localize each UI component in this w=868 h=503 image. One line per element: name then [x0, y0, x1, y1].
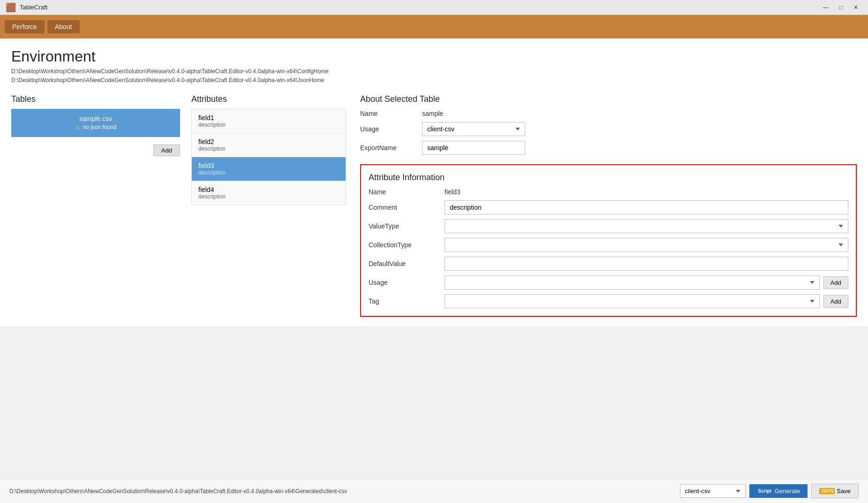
attr-usage-add-button[interactable]: Add [823, 276, 848, 289]
attr-tag-select[interactable] [445, 294, 820, 308]
env-path-2: D:\Desktop\Workshop\Others\ANewCodeGenSo… [11, 76, 857, 85]
attr-name-label: Name [369, 188, 439, 196]
warning-icon: ⚠ [75, 123, 81, 131]
generate-button[interactable]: Script Generate [749, 484, 808, 498]
bottom-path: D:\Desktop\Workshop\Others\ANewCodeGenSo… [9, 488, 347, 495]
attr-item-desc-field4: description [198, 193, 339, 200]
title-bar-controls: — □ ✕ [819, 2, 862, 13]
generate-label: Generate [775, 488, 800, 495]
attr-item-name-field2: field2 [198, 138, 339, 145]
table-item-status: ⚠ no json found [75, 123, 116, 131]
save-label: Save [837, 488, 851, 495]
table-name-value: sample [422, 110, 443, 117]
attr-item-field2[interactable]: field2 description [192, 133, 346, 157]
attribute-info-title: Attribute Information [369, 173, 848, 183]
bottom-controls: client-csv server-csv both Script Genera… [680, 484, 859, 498]
menu-bar: Perforce About [0, 15, 868, 38]
attr-tag-add-button[interactable]: Add [823, 295, 848, 308]
attr-tag-label: Tag [369, 297, 439, 305]
maximize-button[interactable]: □ [834, 2, 847, 13]
minimize-button[interactable]: — [819, 2, 832, 13]
main-content: Environment D:\Desktop\Workshop\Others\A… [0, 38, 868, 326]
script-icon: Script [757, 488, 773, 494]
attr-item-name-field1: field1 [198, 114, 339, 122]
columns-layout: Tables sample.csv ⚠ no json found Add At… [11, 94, 857, 317]
table-usage-select[interactable]: client-csv server-csv both none [422, 122, 525, 136]
attributes-panel-title: Attributes [191, 94, 346, 104]
attribute-info-wrapper: Attribute Information Name field3 Commen… [360, 164, 857, 317]
tables-panel-title: Tables [11, 94, 180, 104]
attr-tag-row: Add [445, 294, 848, 308]
json-icon: JSON [819, 488, 835, 494]
attr-usage-select[interactable] [445, 275, 820, 290]
close-button[interactable]: ✕ [849, 2, 862, 13]
add-table-button[interactable]: Add [153, 145, 180, 156]
attribute-info-grid: Name field3 Comment ValueType Collection… [369, 188, 848, 308]
attr-item-name-field4: field4 [198, 186, 339, 193]
about-selected-table-section: About Selected Table Name sample Usage c… [360, 94, 857, 155]
attr-item-name-field3: field3 [198, 162, 339, 169]
title-bar-left: 🟫 TableCraft [6, 2, 47, 13]
attr-item-field3[interactable]: field3 description [192, 157, 346, 181]
export-name-label: ExportName [360, 144, 416, 152]
about-selected-table-title: About Selected Table [360, 94, 857, 104]
attributes-panel: Attributes field1 description field2 des… [191, 94, 346, 205]
attributes-list: field1 description field2 description fi… [191, 109, 346, 205]
export-name-row: ExportName [360, 141, 857, 155]
table-item-name: sample.csv [79, 115, 112, 122]
title-bar: 🟫 TableCraft — □ ✕ [0, 0, 868, 15]
table-usage-label: Usage [360, 125, 416, 133]
attr-item-field4[interactable]: field4 description [192, 181, 346, 205]
app-title: TableCraft [20, 4, 47, 11]
attr-valuetype-select[interactable] [445, 219, 848, 233]
bottom-bar: D:\Desktop\Workshop\Others\ANewCodeGenSo… [0, 479, 868, 503]
about-menu-button[interactable]: About [47, 20, 80, 33]
attr-item-desc-field2: description [198, 145, 339, 152]
attr-comment-input[interactable] [445, 200, 848, 214]
attr-collectiontype-select[interactable] [445, 238, 848, 252]
environment-section: Environment D:\Desktop\Workshop\Others\A… [11, 48, 857, 85]
export-name-input[interactable] [422, 141, 525, 155]
attr-collectiontype-label: CollectionType [369, 241, 439, 249]
environment-paths: D:\Desktop\Workshop\Others\ANewCodeGenSo… [11, 67, 857, 85]
attribute-information-section: Attribute Information Name field3 Commen… [360, 164, 857, 317]
attr-item-field1[interactable]: field1 description [192, 109, 346, 133]
save-button[interactable]: JSON Save [811, 484, 859, 498]
table-usage-row: Usage client-csv server-csv both none [360, 122, 857, 136]
table-name-label: Name [360, 110, 416, 117]
table-item-status-text: no json found [83, 124, 116, 130]
perforce-menu-button[interactable]: Perforce [5, 20, 45, 33]
environment-title: Environment [11, 48, 857, 65]
attr-valuetype-label: ValueType [369, 222, 439, 230]
env-path-1: D:\Desktop\Workshop\Others\ANewCodeGenSo… [11, 67, 857, 76]
attr-name-value: field3 [445, 188, 848, 196]
tables-panel: Tables sample.csv ⚠ no json found Add [11, 94, 180, 156]
attr-usage-label: Usage [369, 279, 439, 286]
attr-usage-row: Add [445, 275, 848, 290]
attr-item-desc-field1: description [198, 122, 339, 128]
table-name-row: Name sample [360, 110, 857, 117]
attr-defaultvalue-input[interactable] [445, 257, 848, 271]
attr-defaultvalue-label: DefaultValue [369, 260, 439, 267]
app-icon: 🟫 [6, 2, 16, 13]
attr-comment-label: Comment [369, 204, 439, 211]
right-panel: About Selected Table Name sample Usage c… [360, 94, 857, 317]
table-item-sample[interactable]: sample.csv ⚠ no json found [11, 109, 180, 137]
bottom-format-select[interactable]: client-csv server-csv both [680, 484, 746, 498]
attr-item-desc-field3: description [198, 169, 339, 176]
